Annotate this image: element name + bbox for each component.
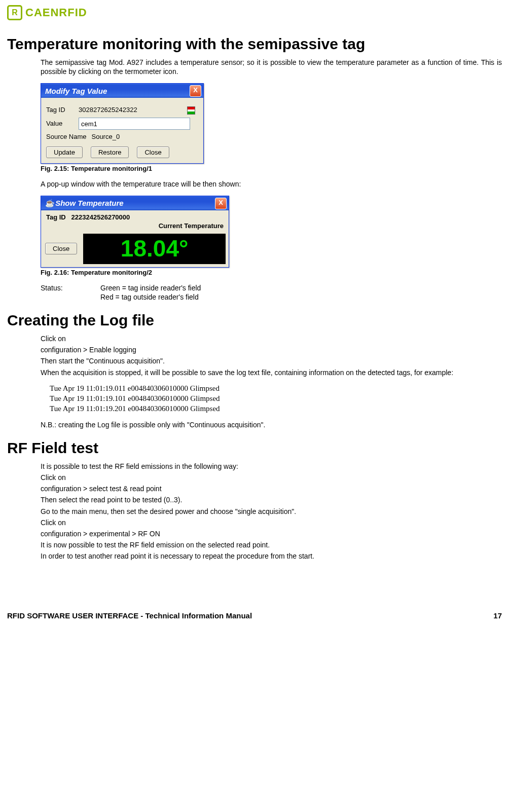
figure-caption: Fig. 2.16: Temperature monitoring/2 — [41, 269, 502, 277]
section-heading-temperature: Temperature monitoring with the semipass… — [7, 35, 502, 53]
paragraph: It is possible to test the RF field emis… — [41, 462, 502, 471]
menu-path: configuration > experimental > RF ON — [41, 529, 502, 538]
paragraph: The semipassive tag Mod. A927 includes a… — [41, 58, 502, 76]
dialog-title: Modify Tag Value — [45, 86, 107, 96]
close-icon[interactable]: X — [190, 85, 201, 97]
value-input[interactable] — [79, 118, 190, 130]
figure-caption: Fig. 2.15: Temperature monitoring/1 — [41, 165, 502, 173]
current-temperature-label: Current Temperature — [41, 222, 229, 232]
java-icon: ☕ — [45, 198, 52, 205]
logo-text: CAENRFID — [25, 6, 87, 19]
paragraph: When the acquisition is stopped, it will… — [41, 368, 502, 377]
footer-title: RFID SOFTWARE USER INTERFACE - Technical… — [7, 611, 252, 620]
menu-path: configuration > Enable logging — [41, 345, 502, 354]
log-line: Tue Apr 19 11:01:19.201 e004840306010000… — [50, 403, 502, 414]
tagid-label: Tag ID — [46, 213, 66, 221]
show-temperature-dialog: ☕ Show Temperature X Tag ID 222324252627… — [41, 196, 229, 268]
tagid-value: 3028272625242322 — [79, 106, 137, 115]
paragraph: Then select the read point to be tested … — [41, 495, 502, 504]
menu-path: configuration > select test & read point — [41, 484, 502, 493]
value-label: Value — [46, 120, 74, 128]
paragraph: Then start the "Continuous acquisition". — [41, 356, 502, 365]
modify-tag-dialog: Modify Tag Value X Tag ID 30282726252423… — [41, 83, 204, 164]
tagid-label: Tag ID — [46, 106, 74, 115]
log-line: Tue Apr 19 11:01:19.101 e004840306010000… — [50, 393, 502, 403]
section-heading-logfile: Creating the Log file — [7, 312, 502, 329]
paragraph: Click on — [41, 518, 502, 527]
temperature-readout: 18.04° — [83, 234, 226, 264]
paragraph: Go to the main menu, then set the desire… — [41, 507, 502, 516]
status-red-text: Red = tag outside reader's field — [100, 292, 201, 302]
status-label: Status: — [41, 283, 100, 302]
log-line: Tue Apr 19 11:01:19.011 e004840306010000… — [50, 383, 502, 393]
paragraph: It is now possible to test the RF field … — [41, 540, 502, 549]
status-green-text: Green = tag inside reader's field — [100, 283, 201, 292]
dialog-titlebar[interactable]: ☕ Show Temperature X — [41, 196, 229, 210]
brand-logo: R CAENRFID — [7, 5, 502, 20]
paragraph: Click on — [41, 334, 502, 343]
page-number: 17 — [493, 611, 502, 620]
paragraph: In order to test another read point it i… — [41, 551, 502, 561]
source-name-label: Source Name — [46, 133, 86, 141]
close-button[interactable]: Close — [45, 243, 77, 254]
flag-icon[interactable] — [187, 106, 195, 115]
source-name-value: Source_0 — [91, 133, 120, 141]
update-button[interactable]: Update — [46, 146, 83, 158]
close-icon[interactable]: X — [215, 198, 227, 209]
dialog-title: Show Temperature — [55, 199, 123, 207]
close-button[interactable]: Close — [137, 146, 169, 158]
logo-icon: R — [7, 5, 22, 20]
section-heading-rffield: RF Field test — [7, 439, 502, 457]
paragraph: Click on — [41, 473, 502, 482]
paragraph: N.B.: creating the Log file is possible … — [41, 420, 502, 429]
paragraph: A pop-up window with the temperature tra… — [41, 179, 502, 189]
restore-button[interactable]: Restore — [91, 146, 129, 158]
tagid-value: 2223242526270000 — [71, 213, 130, 221]
dialog-titlebar[interactable]: Modify Tag Value X — [41, 84, 203, 98]
